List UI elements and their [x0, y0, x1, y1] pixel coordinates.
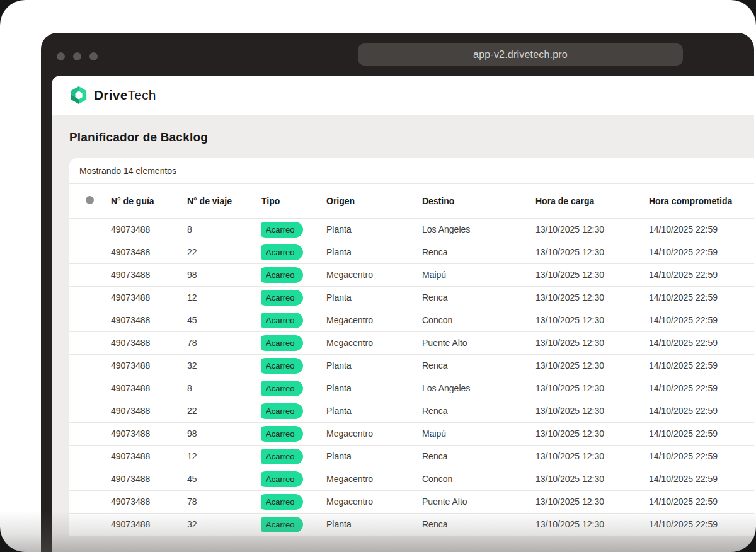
column-header-origen: Origen — [326, 184, 422, 218]
cell-viaje: 78 — [187, 490, 261, 513]
table-header-row: N° de guía N° de viaje Tipo Origen Desti… — [69, 184, 754, 218]
table-row[interactable]: 49073488 32 Acarreo Planta Renca 13/10/2… — [69, 354, 754, 377]
cell-destino: Puente Alto — [422, 331, 536, 354]
column-header-guia: N° de guía — [111, 184, 187, 218]
browser-titlebar: app-v2.drivetech.pro — [41, 33, 754, 76]
cell-viaje: 45 — [187, 468, 261, 490]
table-row[interactable]: 49073488 98 Acarreo Megacentro Maipú 13/… — [69, 422, 754, 445]
cell-guia: 49073488 — [111, 445, 187, 468]
tipo-badge: Acarreo — [261, 381, 303, 396]
cell-comprometida: 14/10/2025 22:59 — [649, 354, 754, 377]
minimize-window-button[interactable] — [73, 52, 81, 60]
cell-origen: Planta — [326, 286, 422, 309]
cell-origen: Planta — [326, 354, 422, 377]
cell-comprometida: 14/10/2025 22:59 — [649, 445, 754, 468]
table-row[interactable]: 49073488 78 Acarreo Megacentro Puente Al… — [69, 490, 754, 513]
maximize-window-button[interactable] — [89, 52, 98, 60]
cell-viaje: 22 — [187, 400, 261, 422]
cell-carga: 13/10/2025 12:30 — [536, 377, 649, 400]
cell-destino: Renca — [422, 286, 536, 309]
cell-bullet — [69, 377, 111, 400]
cell-bullet — [69, 445, 111, 468]
cell-guia: 49073488 — [111, 422, 187, 445]
tipo-badge: Acarreo — [261, 426, 303, 442]
cell-destino: Renca — [422, 354, 536, 377]
cell-carga: 13/10/2025 12:30 — [536, 422, 649, 445]
cell-carga: 13/10/2025 12:30 — [536, 490, 649, 513]
column-header-viaje: N° de viaje — [187, 184, 261, 218]
cell-bullet — [69, 331, 111, 354]
cell-comprometida: 14/10/2025 22:59 — [649, 468, 754, 490]
cell-comprometida: 14/10/2025 22:59 — [649, 263, 754, 286]
cell-comprometida: 14/10/2025 22:59 — [649, 400, 754, 422]
tipo-badge: Acarreo — [261, 222, 303, 238]
drivetech-wordmark: DriveTech — [94, 88, 156, 103]
tipo-badge: Acarreo — [261, 403, 303, 419]
backlog-card: Mostrando 14 elementos N° de guía N° de … — [69, 158, 754, 536]
cell-origen: Planta — [326, 218, 422, 241]
cell-origen: Megacentro — [326, 309, 422, 331]
table-row[interactable]: 49073488 8 Acarreo Planta Los Angeles 13… — [69, 377, 754, 400]
cell-tipo: Acarreo — [261, 377, 326, 400]
cell-carga: 13/10/2025 12:30 — [536, 263, 649, 286]
cell-origen: Megacentro — [326, 468, 422, 490]
header-bullet-cell — [69, 184, 111, 218]
tipo-badge: Acarreo — [261, 517, 303, 532]
cell-carga: 13/10/2025 12:30 — [536, 241, 649, 263]
cell-origen: Megacentro — [326, 331, 422, 354]
tipo-badge: Acarreo — [261, 244, 303, 260]
cell-guia: 49073488 — [111, 309, 187, 331]
cell-comprometida: 14/10/2025 22:59 — [649, 218, 754, 241]
cell-carga: 13/10/2025 12:30 — [536, 400, 649, 422]
cell-bullet — [69, 286, 111, 309]
table-body: 49073488 8 Acarreo Planta Los Angeles 13… — [69, 218, 754, 536]
table-row[interactable]: 49073488 45 Acarreo Megacentro Concon 13… — [69, 468, 754, 490]
column-header-carga: Hora de carga — [536, 184, 649, 218]
cell-origen: Megacentro — [326, 263, 422, 286]
cell-tipo: Acarreo — [261, 331, 326, 354]
cell-viaje: 22 — [187, 241, 261, 263]
backlog-table: N° de guía N° de viaje Tipo Origen Desti… — [69, 184, 754, 536]
table-row[interactable]: 49073488 8 Acarreo Planta Los Angeles 13… — [69, 218, 754, 241]
cell-origen: Megacentro — [326, 490, 422, 513]
cell-tipo: Acarreo — [261, 309, 326, 331]
cell-guia: 49073488 — [111, 400, 187, 422]
cell-carga: 13/10/2025 12:30 — [536, 354, 649, 377]
cell-bullet — [69, 490, 111, 513]
cell-origen: Planta — [326, 241, 422, 263]
tipo-badge: Acarreo — [261, 290, 303, 306]
cell-destino: Renca — [422, 445, 536, 468]
cell-destino: Renca — [422, 241, 536, 263]
table-row[interactable]: 49073488 22 Acarreo Planta Renca 13/10/2… — [69, 241, 754, 263]
cell-destino: Maipú — [422, 422, 536, 445]
cell-tipo: Acarreo — [261, 241, 326, 263]
cell-bullet — [69, 513, 111, 536]
table-row[interactable]: 49073488 12 Acarreo Planta Renca 13/10/2… — [69, 286, 754, 309]
drivetech-logo[interactable]: DriveTech — [69, 86, 156, 105]
browser-window: app-v2.drivetech.pro DriveTech Planifica — [41, 33, 754, 552]
tipo-badge: Acarreo — [261, 335, 303, 351]
cell-carga: 13/10/2025 12:30 — [536, 309, 649, 331]
cell-carga: 13/10/2025 12:30 — [536, 218, 649, 241]
table-row[interactable]: 49073488 32 Acarreo Planta Renca 13/10/2… — [69, 513, 754, 536]
cell-tipo: Acarreo — [261, 218, 326, 241]
url-bar[interactable]: app-v2.drivetech.pro — [358, 43, 683, 66]
table-row[interactable]: 49073488 98 Acarreo Megacentro Maipú 13/… — [69, 263, 754, 286]
cell-tipo: Acarreo — [261, 490, 326, 513]
page-title: Planificador de Backlog — [52, 115, 754, 158]
cell-bullet — [69, 400, 111, 422]
column-header-tipo: Tipo — [261, 184, 326, 218]
cell-bullet — [69, 468, 111, 490]
cell-destino: Puente Alto — [422, 490, 536, 513]
column-header-destino: Destino — [422, 184, 536, 218]
close-window-button[interactable] — [57, 52, 65, 60]
cell-guia: 49073488 — [111, 377, 187, 400]
table-row[interactable]: 49073488 22 Acarreo Planta Renca 13/10/2… — [69, 400, 754, 422]
table-row[interactable]: 49073488 45 Acarreo Megacentro Concon 13… — [69, 309, 754, 331]
drivetech-logo-icon — [69, 86, 88, 105]
cell-destino: Los Angeles — [422, 377, 536, 400]
cell-viaje: 78 — [187, 331, 261, 354]
cell-carga: 13/10/2025 12:30 — [536, 286, 649, 309]
table-row[interactable]: 49073488 78 Acarreo Megacentro Puente Al… — [69, 331, 754, 354]
table-row[interactable]: 49073488 12 Acarreo Planta Renca 13/10/2… — [69, 445, 754, 468]
